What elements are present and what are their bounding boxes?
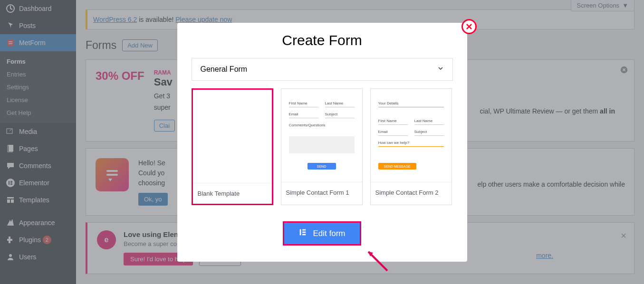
template-grid: Blank Template First NameLast Name Email… (177, 81, 467, 213)
svg-rect-17 (300, 229, 301, 236)
template-simple-2[interactable]: Your Details First NameLast Name EmailSu… (370, 88, 452, 205)
chevron-down-icon (437, 65, 444, 74)
form-type-select[interactable]: General Form (192, 58, 453, 81)
close-modal-button[interactable] (461, 19, 477, 34)
elementor-edit-icon (298, 228, 307, 239)
edit-form-button[interactable]: Edit form (283, 221, 361, 246)
template-blank[interactable]: Blank Template (192, 88, 273, 205)
svg-rect-20 (303, 234, 306, 236)
create-form-modal: Create Form General Form Blank Template … (177, 23, 467, 262)
svg-rect-18 (303, 229, 306, 231)
svg-rect-19 (303, 232, 306, 233)
template-simple-1[interactable]: First NameLast Name EmailSubject Comment… (281, 88, 363, 205)
modal-title: Create Form (177, 32, 467, 48)
